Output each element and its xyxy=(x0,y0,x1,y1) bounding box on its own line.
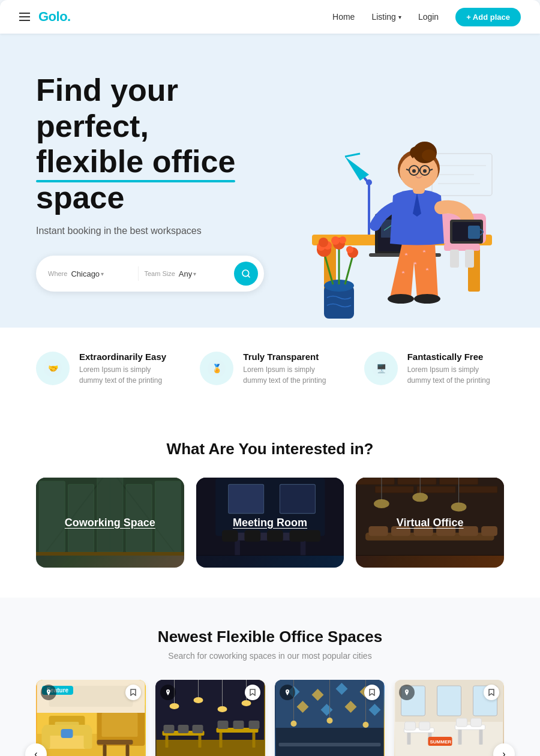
brand-name: Golo xyxy=(38,9,67,24)
svg-text:🤝: 🤝 xyxy=(48,364,59,374)
hero-content: Find your perfect, flexible office space… xyxy=(36,73,264,328)
category-meeting[interactable]: Meeting Room xyxy=(196,478,344,568)
svg-rect-137 xyxy=(199,736,202,748)
svg-point-40 xyxy=(366,179,372,185)
feature-free-icon: 🖥️ xyxy=(364,352,398,385)
listings-title: Newest Flexible Office Spaces xyxy=(36,628,504,646)
feature-easy-desc: Lorem Ipsum is simply dummy text of the … xyxy=(79,364,176,386)
svg-rect-118 xyxy=(61,729,73,738)
svg-rect-141 xyxy=(164,725,175,733)
map-pin-icon xyxy=(45,689,52,696)
svg-rect-10 xyxy=(444,244,480,251)
nav-login[interactable]: Login xyxy=(418,12,439,22)
listings-carousel: ‹ xyxy=(36,680,504,756)
meeting-overlay: Meeting Room xyxy=(196,478,344,568)
coworking-overlay: Coworking Space xyxy=(36,478,184,568)
navbar: Golo. Home Listing Login + Add place xyxy=(0,0,540,34)
svg-point-50 xyxy=(319,238,328,247)
desk-icon: 🖥️ xyxy=(372,359,390,377)
svg-point-56 xyxy=(388,294,414,304)
team-chevron-icon: ▾ xyxy=(193,271,196,277)
svg-rect-170 xyxy=(437,686,461,716)
feature-transparent-icon: 🏅 xyxy=(200,352,233,385)
svg-rect-179 xyxy=(419,722,430,730)
map-pin-icon-toong xyxy=(403,689,410,696)
svg-line-39 xyxy=(345,154,360,157)
listing-card-up[interactable]: Virtual Office • New York Up Coworking 1… xyxy=(275,680,385,756)
feature-free: 🖥️ Fantastically Free Lorem Ipsum is sim… xyxy=(364,352,504,386)
listing-map-icon-crane xyxy=(160,685,176,700)
listing-img-crane xyxy=(155,680,265,756)
feature-transparent-text: Truly Transparent Lorem Ipsum is simply … xyxy=(243,352,340,386)
svg-rect-117 xyxy=(84,728,92,749)
svg-rect-145 xyxy=(233,721,244,729)
add-place-button[interactable]: + Add place xyxy=(455,8,521,26)
svg-rect-126 xyxy=(157,740,265,756)
meeting-label: Meeting Room xyxy=(233,517,307,529)
search-divider xyxy=(138,266,139,281)
bookmark-icon-up xyxy=(369,689,375,696)
hero-title-line2: flexible office xyxy=(36,144,235,180)
search-button[interactable] xyxy=(234,262,258,286)
feature-free-title: Fantastically Free xyxy=(407,352,504,362)
search-icon xyxy=(241,269,251,278)
svg-text:🖥️: 🖥️ xyxy=(376,364,387,374)
listing-card-crane[interactable]: Meeting Room • Chicago Crane Club River … xyxy=(155,680,265,756)
nav-home[interactable]: Home xyxy=(332,12,355,22)
svg-rect-12 xyxy=(465,250,474,268)
listing-img-up xyxy=(275,680,385,756)
svg-text:SUMMER: SUMMER xyxy=(430,739,452,745)
category-virtual[interactable]: Virtual Office xyxy=(356,478,504,568)
team-label: Team Size xyxy=(145,270,175,277)
listing-card-colab[interactable]: Feature Coworking • xyxy=(36,680,146,756)
bookmark-crane[interactable] xyxy=(245,685,260,700)
map-pin-icon-crane xyxy=(164,689,172,696)
prev-chevron-icon: ‹ xyxy=(34,749,37,756)
svg-point-164 xyxy=(363,722,369,728)
where-value[interactable]: Chicago ▾ xyxy=(71,269,104,278)
svg-rect-139 xyxy=(220,733,223,748)
listing-img-toong: SUMMER xyxy=(394,680,504,756)
svg-rect-41 xyxy=(468,226,480,239)
nav-listing[interactable]: Listing xyxy=(371,12,401,22)
svg-point-130 xyxy=(194,697,203,703)
svg-rect-143 xyxy=(193,725,203,733)
svg-rect-177 xyxy=(479,730,483,745)
where-chevron-icon: ▾ xyxy=(101,271,104,277)
hero-title-line1: Find your perfect, xyxy=(36,73,178,143)
coworking-label: Coworking Space xyxy=(65,517,155,529)
svg-rect-113 xyxy=(102,713,138,737)
svg-rect-146 xyxy=(249,721,260,729)
svg-rect-150 xyxy=(276,728,384,756)
feature-easy-title: Extraordinarily Easy xyxy=(79,352,176,362)
hero-illustration: ♥ xyxy=(264,76,516,328)
svg-rect-180 xyxy=(457,718,467,727)
features-section: 🤝 Extraordinarily Easy Lorem Ipsum is si… xyxy=(0,328,540,410)
team-value[interactable]: Any ▾ xyxy=(179,269,196,278)
svg-line-1 xyxy=(248,275,250,277)
feature-transparent: 🏅 Truly Transparent Lorem Ipsum is simpl… xyxy=(200,352,340,386)
hero-section: Find your perfect, flexible office space… xyxy=(0,34,540,328)
team-size-field: Team Size Any ▾ xyxy=(145,269,229,278)
feature-free-text: Fantastically Free Lorem Ipsum is simply… xyxy=(407,352,504,386)
map-pin-icon-up xyxy=(284,689,291,696)
svg-rect-173 xyxy=(407,733,411,745)
category-grid: Coworking Space xyxy=(36,478,504,568)
bookmark-toong[interactable] xyxy=(484,685,499,700)
listing-map-icon-up xyxy=(280,685,295,700)
brand-logo: Golo. xyxy=(38,9,71,25)
feature-transparent-desc: Lorem Ipsum is simply dummy text of the … xyxy=(243,364,340,386)
menu-icon[interactable] xyxy=(19,13,30,21)
medal-icon: 🏅 xyxy=(208,359,226,377)
bookmark-colab[interactable] xyxy=(125,685,141,700)
svg-point-134 xyxy=(242,700,251,706)
svg-point-52 xyxy=(331,236,340,245)
category-coworking[interactable]: Coworking Space xyxy=(36,478,184,568)
listings-section: Newest Flexible Office Spaces Search for… xyxy=(0,598,540,756)
virtual-label: Virtual Office xyxy=(397,517,464,529)
listing-card-toong[interactable]: SUMMER Co xyxy=(394,680,504,756)
bookmark-icon xyxy=(130,689,136,696)
bookmark-up[interactable] xyxy=(364,685,380,700)
where-label: Where xyxy=(48,270,67,277)
hero-svg-illustration: ♥ xyxy=(264,76,516,328)
